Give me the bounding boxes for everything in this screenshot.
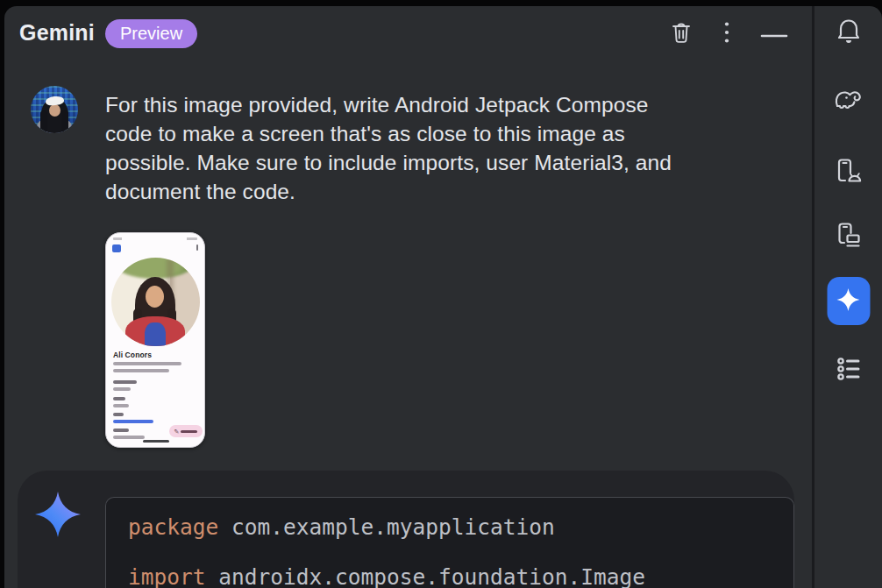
code-keyword: import (128, 564, 206, 588)
message-line: code to make a screen that's as close to… (105, 119, 772, 148)
structure-list-icon (835, 355, 863, 386)
gemini-response-bubble: package com.example.myapplication import… (18, 471, 794, 588)
code-text: com.example.myapplication (218, 514, 555, 540)
profile-field-value (113, 436, 145, 439)
phone-overflow-dot (196, 244, 198, 251)
clear-chat-button[interactable] (669, 19, 694, 49)
device-manager-icon (835, 157, 863, 188)
phone-status-bar (113, 237, 197, 240)
avatar-hair-left (40, 110, 47, 133)
tool-window-stripe (814, 6, 882, 588)
profile-field-label (113, 413, 124, 416)
profile-field-value (113, 404, 129, 407)
code-block: package com.example.myapplication import… (105, 497, 794, 588)
profile-photo (111, 258, 200, 346)
gemini-tool-window: Gemini Preview (4, 6, 882, 588)
profile-field-value (113, 387, 131, 391)
preview-badge: Preview (105, 19, 197, 48)
photo-foliage (115, 258, 194, 279)
profile-name: Ali Conors (113, 351, 152, 359)
sidebar-item-running-devices[interactable] (828, 219, 870, 254)
profile-subtitle-line (113, 369, 169, 372)
sidebar-item-notifications[interactable] (828, 16, 870, 51)
sidebar-item-device-manager[interactable] (828, 155, 870, 190)
photo-blue-top (145, 322, 166, 346)
profile-field-label (113, 429, 129, 432)
more-options-icon (724, 21, 729, 47)
code-keyword: package (128, 514, 218, 540)
hide-panel-button[interactable] (760, 26, 788, 42)
photo-face (146, 286, 164, 308)
home-indicator (143, 440, 169, 443)
avatar-hair-right (61, 110, 68, 133)
attachment-image-thumbnail[interactable]: Ali Conors ✎ (105, 232, 205, 448)
running-devices-icon (835, 221, 863, 252)
gemini-panel: Gemini Preview (4, 6, 812, 588)
bell-icon (836, 18, 862, 49)
profile-field-label (113, 397, 125, 400)
user-message-text: For this image provided, write Android J… (105, 90, 772, 206)
pencil-icon: ✎ (174, 429, 180, 435)
message-line: For this image provided, write Android J… (105, 90, 772, 119)
code-text: androidx.compose.foundation.Image (206, 564, 646, 588)
sidebar-item-structure[interactable] (828, 353, 870, 388)
user-avatar (31, 86, 78, 133)
sidebar-item-gemini[interactable] (827, 277, 870, 325)
phone-menu-chip (112, 244, 121, 252)
message-line: document the code. (105, 177, 772, 206)
gradle-elephant-icon (834, 86, 864, 116)
gemini-sparkle-icon (33, 490, 82, 539)
trash-icon (669, 19, 694, 49)
profile-subtitle-line (113, 362, 181, 365)
gemini-active-sparkle-icon (836, 287, 861, 315)
message-line: possible. Make sure to include imports, … (105, 148, 772, 177)
profile-field-label (113, 380, 137, 384)
panel-toolbar (669, 19, 788, 49)
minimize-icon (760, 26, 788, 42)
profile-link-value (113, 420, 153, 423)
code-line: import androidx.compose.foundation.Image (128, 562, 785, 588)
code-line: package com.example.myapplication (128, 512, 785, 543)
pill-label-bar (181, 430, 197, 433)
sidebar-item-gradle[interactable] (828, 83, 870, 118)
panel-title: Gemini (19, 20, 95, 46)
avatar-face (49, 104, 60, 117)
more-options-button[interactable] (724, 21, 729, 47)
edit-profile-pill: ✎ (169, 425, 203, 437)
